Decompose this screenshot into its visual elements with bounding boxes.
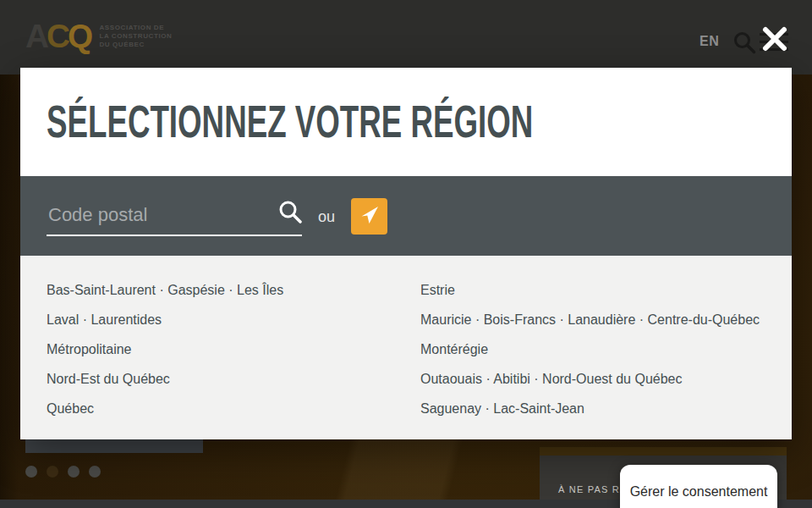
region-link-metropolitaine[interactable]: Métropolitaine — [47, 334, 283, 364]
postal-search-icon[interactable] — [278, 200, 302, 224]
region-link-mauricie-bois-francs-lanaudiere-centre-du-quebec[interactable]: Mauricie · Bois-Francs · Lanaudière · Ce… — [420, 305, 760, 334]
region-link-saguenay-lac-saint-jean[interactable]: Saguenay · Lac-Saint-Jean — [420, 394, 760, 423]
region-modal: SÉLECTIONNEZ VOTRE RÉGION ou — [20, 68, 792, 439]
promo-top-strip — [540, 447, 787, 456]
site-header: ACQ ASSOCIATION DE LA CONSTRUCTION DU QU… — [0, 0, 812, 75]
postal-code-input[interactable] — [47, 196, 275, 234]
carousel-dot-2[interactable] — [47, 466, 58, 478]
search-icon[interactable] — [732, 30, 756, 54]
carousel-dot-1[interactable] — [25, 466, 37, 478]
input-underline — [47, 235, 302, 236]
region-column-left: Bas-Saint-Laurent · Gaspésie · Les Îles … — [47, 275, 283, 423]
manage-consent-button[interactable]: Gérer le consentement — [620, 465, 777, 508]
page: ACQ ASSOCIATION DE LA CONSTRUCTION DU QU… — [0, 0, 812, 508]
region-link-nord-est-du-quebec[interactable]: Nord-Est du Québec — [47, 364, 283, 394]
region-link-outaouais-abitibi-nord-ouest-du-quebec[interactable]: Outaouais · Abitibi · Nord-Ouest du Québ… — [420, 364, 760, 394]
region-link-laval-laurentides[interactable]: Laval · Laurentides — [47, 305, 283, 334]
language-toggle[interactable]: EN — [700, 34, 719, 49]
region-link-quebec[interactable]: Québec — [47, 394, 283, 423]
region-link-monteregie[interactable]: Montérégie — [420, 334, 760, 364]
carousel-dot-4[interactable] — [89, 466, 101, 478]
postal-search-band: ou — [20, 176, 792, 256]
or-label: ou — [318, 208, 335, 226]
acq-logo[interactable]: ACQ ASSOCIATION DE LA CONSTRUCTION DU QU… — [25, 19, 173, 54]
acq-logo-text: ASSOCIATION DE LA CONSTRUCTION DU QUÉBEC — [99, 24, 172, 49]
region-link-estrie[interactable]: Estrie — [420, 275, 760, 305]
region-list: Bas-Saint-Laurent · Gaspésie · Les Îles … — [20, 256, 792, 439]
region-link-bas-saint-laurent-gaspesie-les-iles[interactable]: Bas-Saint-Laurent · Gaspésie · Les Îles — [47, 275, 283, 305]
close-icon[interactable] — [760, 24, 789, 52]
navigation-arrow-icon — [359, 205, 380, 228]
acq-logo-mark: ACQ — [25, 19, 91, 54]
modal-title: SÉLECTIONNEZ VOTRE RÉGION — [47, 98, 533, 144]
carousel-dots — [25, 466, 101, 478]
carousel-dot-3[interactable] — [68, 466, 80, 478]
hero-left-shadow — [0, 75, 19, 508]
geolocate-button[interactable] — [351, 198, 387, 235]
region-column-right: Estrie Mauricie · Bois-Francs · Lanaudiè… — [420, 275, 760, 423]
hero-button-dimmed — [25, 439, 203, 453]
